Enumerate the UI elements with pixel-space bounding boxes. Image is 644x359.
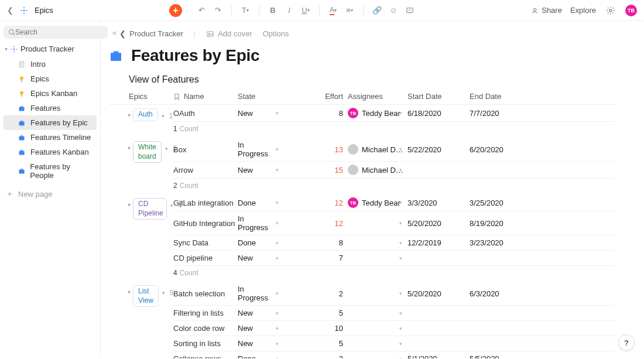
group-header[interactable]: ▾List View▾5: [109, 282, 173, 358]
chevron-down-icon[interactable]: ▾: [165, 146, 168, 152]
cell-state[interactable]: In Progress▾: [238, 285, 296, 302]
chevron-down-icon[interactable]: ▾: [399, 255, 402, 261]
table-row[interactable]: OAuthNew▾8TBTeddy Bear▾6/18/20207/7/2020: [173, 105, 615, 122]
group-header[interactable]: ▾White​board▾2: [109, 138, 173, 194]
cell-state[interactable]: Done▾: [238, 199, 296, 207]
chevron-down-icon[interactable]: ▾: [399, 290, 402, 296]
chevron-down-icon[interactable]: ▾: [276, 290, 279, 296]
chevron-down-icon[interactable]: ▾: [276, 255, 279, 261]
sidebar-item-features-timeline[interactable]: Features Timeline: [4, 130, 97, 145]
table-row[interactable]: CD pipelineNew▾7▾: [173, 251, 615, 266]
explore-button[interactable]: Explore: [570, 6, 596, 15]
cell-state[interactable]: New▾: [238, 324, 296, 333]
chevron-down-icon[interactable]: ▾: [128, 145, 131, 151]
cell-state[interactable]: New▾: [238, 254, 296, 262]
table-row[interactable]: Sync DataDone▾8▾12/2/20193/23/2020: [173, 235, 615, 251]
group-header[interactable]: ▾Auth▾1: [109, 105, 173, 138]
help-button[interactable]: ?: [618, 334, 635, 351]
add-button[interactable]: +: [169, 4, 182, 17]
chevron-down-icon[interactable]: ▾: [399, 220, 402, 226]
table-row[interactable]: Filtering in listsNew▾5▾: [173, 306, 615, 321]
group-pill[interactable]: CD Pipeline: [133, 198, 167, 220]
col-header-end-date[interactable]: End Date: [470, 92, 528, 101]
chevron-down-icon[interactable]: ▾: [399, 341, 402, 347]
table-row[interactable]: BoxIn Progress▾13Michael Du…▾5/22/20206/…: [173, 138, 615, 162]
group-pill[interactable]: White​board: [133, 141, 162, 163]
chevron-down-icon[interactable]: ▾: [399, 110, 402, 116]
text-style-button[interactable]: T▾: [239, 4, 252, 17]
emoji-button[interactable]: ☺: [387, 4, 400, 17]
chevron-down-icon[interactable]: ▾: [128, 112, 131, 118]
col-header-effort[interactable]: Effort: [296, 92, 343, 101]
chevron-down-icon[interactable]: ▾: [276, 167, 279, 173]
cell-assignee[interactable]: TBTeddy Bear: [343, 197, 407, 208]
table-row[interactable]: Color code rowNew▾10▾: [173, 321, 615, 336]
chevron-down-icon[interactable]: ▾: [399, 200, 402, 206]
chevron-down-icon[interactable]: ▾: [162, 113, 165, 119]
cell-state[interactable]: New▾: [238, 339, 296, 348]
table-row[interactable]: GitLab integrationDone▾12TBTeddy Bear▾3/…: [173, 194, 615, 211]
chevron-down-icon[interactable]: ▾: [276, 220, 279, 226]
sidebar-item-intro[interactable]: Intro: [4, 57, 97, 71]
sidebar-item-epics-kanban[interactable]: Epics Kanban: [4, 86, 97, 101]
chevron-down-icon[interactable]: ▾: [162, 290, 165, 296]
bold-button[interactable]: B: [266, 4, 279, 17]
chevron-down-icon[interactable]: ▾: [399, 326, 402, 331]
chevron-down-icon[interactable]: ▾: [128, 289, 131, 295]
settings-button[interactable]: [604, 4, 617, 17]
group-pill[interactable]: Auth: [133, 108, 158, 121]
table-row[interactable]: GitHub IntegrationIn Progress▾12▾5/20/20…: [173, 211, 615, 235]
group-header[interactable]: ▾CD Pipeline▾4: [109, 194, 173, 282]
sidebar-item-features[interactable]: Features: [4, 101, 97, 115]
sidebar-item-features-kanban[interactable]: Features Kanban: [4, 145, 97, 159]
new-page-button[interactable]: ＋New page: [4, 184, 97, 204]
collapse-sidebar-button[interactable]: «: [111, 27, 118, 38]
search-box[interactable]: [4, 26, 108, 39]
cell-state[interactable]: In Progress▾: [238, 214, 296, 232]
share-button[interactable]: Share: [532, 6, 562, 15]
chevron-down-icon[interactable]: ▾: [276, 341, 279, 347]
table-row[interactable]: Batch selectionIn Progress▾2▾5/20/20206/…: [173, 282, 615, 306]
chevron-down-icon[interactable]: ▾: [276, 146, 279, 152]
chevron-down-icon[interactable]: ▾: [399, 356, 402, 359]
chevron-down-icon[interactable]: ▾: [399, 167, 402, 173]
col-header-name[interactable]: Name: [173, 92, 238, 101]
link-button[interactable]: 🔗: [371, 4, 383, 17]
chevron-down-icon[interactable]: ▾: [276, 326, 279, 331]
cell-state[interactable]: New▾: [238, 309, 296, 317]
italic-button[interactable]: I: [283, 4, 296, 17]
redo-button[interactable]: ↷: [211, 4, 224, 17]
nav-group-product-tracker[interactable]: ▾ Product Tracker: [4, 42, 97, 56]
breadcrumb-back[interactable]: ❮ Product Tracker: [119, 29, 183, 38]
cell-state[interactable]: New▾: [238, 166, 296, 175]
chevron-down-icon[interactable]: ▾: [399, 146, 402, 152]
table-row[interactable]: ArrowNew▾15Michael Du…▾: [173, 162, 615, 179]
align-button[interactable]: ≡ ▾: [343, 4, 356, 17]
chevron-down-icon[interactable]: ▾: [276, 356, 279, 359]
sidebar-item-epics[interactable]: Epics: [4, 71, 97, 86]
col-header-assignees[interactable]: Assignees: [343, 92, 407, 101]
back-button[interactable]: ❮: [7, 6, 13, 15]
chevron-down-icon[interactable]: ▾: [128, 201, 131, 208]
search-input[interactable]: [15, 28, 103, 36]
chevron-down-icon[interactable]: ▾: [276, 110, 279, 116]
undo-button[interactable]: ↶: [195, 4, 208, 17]
col-header-start-date[interactable]: Start Date: [407, 92, 470, 101]
options-button[interactable]: Options: [263, 29, 289, 38]
underline-button[interactable]: U▾: [299, 4, 312, 17]
group-pill[interactable]: List View: [133, 285, 159, 307]
text-color-button[interactable]: A ▾: [327, 4, 340, 17]
add-cover-button[interactable]: Add cover: [206, 29, 252, 38]
table-row[interactable]: Sorting in listsNew▾5▾: [173, 336, 615, 351]
col-header-state[interactable]: State: [238, 92, 296, 101]
table-row[interactable]: Collapse rowsDone▾2▾5/1/20205/5/2020: [173, 351, 615, 358]
cell-assignee[interactable]: Michael Du…: [343, 144, 407, 155]
chevron-down-icon[interactable]: ▾: [276, 200, 279, 206]
cell-assignee[interactable]: Michael Du…: [343, 165, 407, 175]
cell-state[interactable]: Done▾: [238, 354, 296, 358]
sidebar-item-features-by-people[interactable]: Features by People: [4, 159, 97, 183]
cell-assignee[interactable]: TBTeddy Bear: [343, 108, 407, 118]
chevron-down-icon[interactable]: ▾: [399, 240, 402, 246]
cell-state[interactable]: In Progress▾: [238, 141, 296, 158]
sidebar-item-features-by-epic[interactable]: Features by Epic: [4, 115, 97, 130]
